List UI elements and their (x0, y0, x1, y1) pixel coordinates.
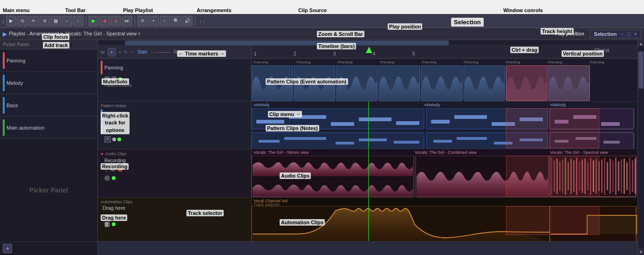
svg-rect-14 (396, 121, 419, 125)
audio-clips-label: ● Audio Clips Recording ↓ (98, 149, 252, 197)
pattern-notes-ctrl[interactable]: ≡ (104, 136, 111, 143)
svg-rect-72 (635, 159, 636, 194)
svg-rect-60 (601, 159, 603, 193)
selection-maximize-btn[interactable]: □ (627, 31, 630, 37)
svg-rect-10 (256, 120, 284, 124)
timeline-controls: W + × ✎ ↔ Start ←———— Repeat (98, 46, 252, 58)
play-position-line (368, 102, 369, 149)
pattern-notes-bass-name: Bass (104, 126, 116, 131)
svg-rect-11 (289, 115, 326, 119)
zoom-scroll-bar[interactable] (98, 40, 637, 46)
slip-btn[interactable]: ↕ (73, 16, 83, 26)
automation-btn1[interactable]: 🗑 (104, 221, 110, 227)
left-panel: Picker Panel Panning Melody Bass Main au… (0, 40, 98, 255)
selection-overlay-audio (506, 156, 599, 197)
svg-rect-18 (336, 142, 354, 145)
play-btn[interactable]: ▶ (89, 16, 99, 26)
automation-type: Automation Clips (101, 200, 248, 204)
record-btn[interactable]: ● (111, 16, 121, 26)
selection-panel-header: Selection − □ × (590, 30, 641, 38)
track-item-main-automation[interactable]: Main automation (0, 117, 97, 139)
track-name-panning: Panning (7, 58, 95, 63)
scroll-up-btn[interactable]: ▲ (638, 40, 644, 47)
right-scrollbar: ▲ ▼ (637, 40, 644, 255)
skip-btn[interactable]: ⏭ (122, 16, 132, 26)
timeline-bar: W + × ✎ ↔ Start ←———— Repeat ↓ Chorus 1 … (98, 46, 637, 59)
pattern-notes-active (117, 138, 121, 141)
scroll-down-btn[interactable]: ▼ (638, 248, 644, 255)
selection-label: Selection (594, 31, 617, 37)
track-item-bass[interactable]: Bass (0, 94, 97, 117)
draw-btn[interactable]: ✏ (28, 16, 39, 26)
add-track-area: + (0, 241, 97, 255)
clip-source-label: Clip Source (298, 7, 327, 13)
selection-minimize-btn[interactable]: − (620, 31, 623, 37)
svg-rect-13 (359, 117, 391, 121)
zoom-thumb[interactable] (125, 41, 449, 45)
melody-clip-label2: ≡Melody (424, 103, 440, 107)
drag-down-icon: ↓ (101, 211, 248, 221)
audio-clips-row: ● Audio Clips Recording ↓ (98, 149, 637, 198)
stop-btn[interactable]: ■ (100, 16, 110, 26)
track-item-panning[interactable]: Panning (0, 49, 97, 72)
audio-rec-btn1[interactable] (110, 166, 116, 172)
selection-close-btn[interactable]: × (634, 31, 637, 37)
erase-btn[interactable]: ⊘ (40, 16, 50, 26)
drag-here-label: Drag here (101, 205, 248, 211)
main-menu-label: Main menu (3, 7, 29, 13)
zoom-in-btn[interactable]: + (149, 16, 159, 26)
svg-marker-0 (366, 47, 372, 53)
zoom-out-btn[interactable]: − (160, 16, 170, 26)
svg-rect-70 (629, 158, 630, 195)
down-arrow-icon: ↓ (104, 166, 108, 173)
selection-overlay-events (506, 65, 590, 101)
track-list-header: Picker Panel (0, 40, 97, 49)
melody-clip-label3: ≡Melody (550, 103, 566, 107)
audio-clip-label3: Vocals: The Girl - Spectral view (550, 150, 608, 155)
toolbar-sep1 (86, 16, 86, 26)
loop-btn[interactable]: ⟳ (137, 16, 148, 26)
pattern-notes-type: Pattern Notes (101, 103, 248, 108)
svg-rect-69 (626, 162, 628, 190)
track-name-bass: Bass (7, 103, 95, 108)
mute-btn-panning[interactable]: M (104, 76, 110, 82)
add-track-btn[interactable]: + (3, 244, 12, 253)
svg-rect-71 (632, 160, 633, 192)
svg-rect-20 (394, 141, 419, 144)
toolbar-sep2 (135, 16, 135, 26)
pattern-notes-melody-name: Melody (104, 112, 121, 118)
pattern-events-type-label: Pattern Events (101, 83, 248, 88)
add-track-timeline-btn[interactable]: + (108, 48, 116, 56)
chorus-marker: ↓ Chorus (591, 48, 610, 53)
audio-rec-btn2[interactable] (117, 166, 123, 172)
track-item-melody[interactable]: Melody (0, 72, 97, 94)
audio-clip-label1: Vocals: The Girl - Stereo view (253, 150, 308, 155)
picker-panel-title: Picker Panel (3, 42, 29, 47)
svg-rect-27 (433, 140, 452, 143)
scrollbar-thumb-v[interactable] (638, 51, 644, 89)
audio-clip-label2: Vocals: The Girl - Combined view (415, 150, 477, 155)
zoom-btn[interactable]: ↔ (62, 16, 72, 26)
audio-active (112, 176, 116, 180)
svg-rect-19 (359, 138, 387, 141)
select-btn[interactable]: ▦ (51, 16, 61, 26)
pattern-events-clips: ↑Panning ↑Panning ↑Panning ↑Panning ↑Pan… (252, 59, 637, 101)
audio-btn3[interactable] (104, 175, 110, 181)
main-menu-btn[interactable]: ▶ (6, 16, 16, 26)
automation-active (112, 222, 116, 226)
melody-clip-label: ≡Melody (253, 103, 269, 107)
solo-btn-panning[interactable]: S (111, 76, 117, 82)
app-frame: Main menu Tool Bar Play Playlist Arrange… (0, 0, 644, 255)
pattern-events-label: Panning M S Pattern Events (98, 59, 252, 101)
snap-btn[interactable]: ⊖ (17, 16, 27, 26)
pattern-notes-clips: ≡Melody ≡Melody ≡Melody (252, 102, 637, 149)
tracks-area: Panning M S Pattern Events ↑Panni (98, 59, 637, 255)
svg-rect-63 (610, 159, 611, 194)
window-controls-label: Window conrols (503, 7, 543, 13)
automation-clips-area: Vocal Channel Vol Track selector (252, 198, 637, 241)
search-btn[interactable]: 🔍 (171, 16, 181, 26)
playlist-title: Playlist - Arrangement ▶ Vocals: The Gir… (9, 31, 141, 37)
panning-labels-row: ↑Panning ↑Panning ↑Panning ↑Panning ↑Pan… (252, 59, 637, 65)
timeline-repeat-label: Repeat (174, 49, 189, 55)
vol-btn[interactable]: 🔊 (182, 16, 192, 26)
